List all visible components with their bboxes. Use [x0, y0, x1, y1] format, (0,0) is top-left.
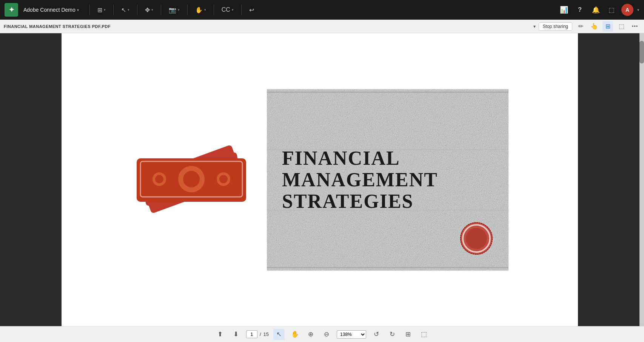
pan-icon: ✋ — [291, 330, 299, 338]
title-line2: MANAGEMENT — [282, 169, 493, 190]
slide-text-content: FINANCIAL MANAGEMENT STRATEGIES — [267, 89, 508, 271]
money-svg-icon — [131, 134, 252, 224]
fit-width-icon: ⬚ — [421, 330, 427, 338]
right-sidebar — [578, 33, 639, 326]
fit-page-btn[interactable]: ⊞ — [402, 329, 414, 340]
camera-icon: 📷 — [169, 6, 176, 14]
help-btn[interactable]: ? — [574, 4, 586, 16]
main-content-area: FINANCIAL MANAGEMENT STRATEGIES — [0, 33, 644, 326]
vertical-scrollbar[interactable] — [639, 33, 644, 326]
pencil-icon: ✏ — [578, 23, 583, 30]
nav-separator-7 — [241, 5, 242, 15]
app-name-chevron: ▾ — [77, 8, 79, 12]
nav-separator-3 — [137, 5, 137, 15]
hand-icon: ✋ — [195, 6, 203, 14]
layout-tool-btn[interactable]: ⬚ — [616, 21, 627, 32]
nav-share-btn[interactable]: ↩ — [246, 5, 257, 15]
draw-tool-btn[interactable]: ✏ — [575, 21, 586, 32]
cursor-icon: ↖ — [276, 330, 282, 338]
rotate-left-icon: ↺ — [374, 330, 379, 338]
total-pages: 15 — [263, 331, 269, 337]
grid-icon: ⊞ — [97, 6, 102, 14]
bar-chart-btn[interactable]: 📊 — [558, 4, 570, 16]
fit-width-btn[interactable]: ⬚ — [418, 329, 430, 340]
nav-move-btn[interactable]: ✥ ▾ — [142, 5, 156, 15]
rotate-left-btn[interactable]: ↺ — [371, 329, 382, 340]
document-bar: FINANCIAL MANAGEMENT STRATEGIES PDF.PDF … — [0, 20, 644, 33]
slide-text-panel: FINANCIAL MANAGEMENT STRATEGIES — [267, 89, 508, 271]
app-name-label: Adobe Connect Demo — [23, 7, 75, 13]
move-icon: ✥ — [145, 6, 150, 14]
user-avatar[interactable]: A — [621, 4, 633, 16]
cc-icon: CC — [222, 6, 230, 13]
title-line1: FINANCIAL — [282, 147, 493, 169]
current-page-input[interactable] — [246, 330, 257, 338]
nav-grid-btn[interactable]: ⊞ ▾ — [94, 5, 109, 15]
scrollbar-thumb[interactable] — [639, 41, 644, 63]
nav-cursor-btn[interactable]: ↖ ▾ — [118, 5, 132, 15]
notification-btn[interactable]: 🔔 — [590, 4, 602, 16]
bottom-toolbar: ⬆ ⬇ / 15 ↖ ✋ ⊕ ⊖ 138% 100% 75% 50% Fit P… — [0, 326, 644, 342]
money-icon-wrapper — [131, 134, 252, 226]
layout-btn[interactable]: ⬚ — [605, 4, 618, 16]
top-bar-right: 📊 ? 🔔 ⬚ A ▾ — [558, 4, 639, 16]
zoom-in-icon: ⊕ — [308, 330, 313, 338]
share-icon: ↩ — [249, 6, 254, 14]
scroll-up-btn[interactable]: ⬆ — [214, 329, 226, 340]
nav-separator-2 — [113, 5, 114, 15]
nav-separator-6 — [214, 5, 214, 15]
nav-separator-1 — [89, 5, 90, 15]
view-mode-icon: ⊞ — [605, 23, 610, 30]
left-sidebar — [0, 33, 62, 326]
slide-title: FINANCIAL MANAGEMENT STRATEGIES — [282, 147, 493, 212]
pointer-icon: 👆 — [590, 23, 598, 30]
stop-sharing-button[interactable]: Stop sharing — [539, 22, 572, 31]
zoom-level-select[interactable]: 138% 100% 75% 50% Fit Page Fit Width — [337, 330, 366, 339]
svg-point-6 — [155, 175, 163, 183]
pan-tool-btn[interactable]: ✋ — [289, 329, 300, 340]
nav-separator-5 — [187, 5, 188, 15]
doc-bar-controls: ▾ Stop sharing ✏ 👆 ⊞ ⬚ ••• — [533, 21, 640, 32]
title-line3: STRATEGIES — [282, 190, 493, 212]
fit-page-icon: ⊞ — [405, 330, 411, 338]
zoom-out-icon: ⊖ — [324, 330, 329, 338]
view-mode-btn[interactable]: ⊞ — [602, 21, 613, 32]
pointer-tool-btn[interactable]: 👆 — [589, 21, 599, 32]
scroll-down-btn[interactable]: ⬇ — [230, 329, 242, 340]
rotate-right-icon: ↻ — [390, 330, 395, 338]
more-options-btn[interactable]: ••• — [630, 21, 640, 32]
pdf-viewer: FINANCIAL MANAGEMENT STRATEGIES — [62, 33, 578, 326]
doc-bar-chevron[interactable]: ▾ — [533, 24, 536, 29]
avatar-chevron[interactable]: ▾ — [637, 8, 639, 12]
top-navigation-bar: ✦ Adobe Connect Demo ▾ ⊞ ▾ ↖ ▾ ✥ ▾ 📷 ▾ ✋… — [0, 0, 644, 20]
nav-camera-btn[interactable]: 📷 ▾ — [166, 5, 183, 15]
layout-icon: ⬚ — [619, 23, 624, 30]
cursor-tool-btn[interactable]: ↖ — [273, 329, 285, 340]
slide-content: FINANCIAL MANAGEMENT STRATEGIES — [69, 41, 570, 319]
slide-container: FINANCIAL MANAGEMENT STRATEGIES — [62, 33, 578, 326]
document-title: FINANCIAL MANAGEMENT STRATEGIES PDF.PDF — [4, 24, 531, 29]
app-name[interactable]: Adobe Connect Demo ▾ — [23, 7, 79, 13]
ellipsis-icon: ••• — [632, 23, 638, 29]
down-arrow-icon: ⬇ — [233, 330, 239, 338]
page-separator: / — [260, 331, 261, 337]
svg-point-4 — [183, 171, 200, 187]
page-info: / 15 — [246, 330, 269, 338]
cursor-icon: ↖ — [121, 6, 126, 14]
app-logo: ✦ — [5, 3, 18, 17]
zoom-out-btn[interactable]: ⊖ — [321, 329, 332, 340]
up-arrow-icon: ⬆ — [217, 330, 223, 338]
nav-cc-btn[interactable]: CC ▾ — [219, 5, 237, 15]
rotate-right-btn[interactable]: ↻ — [387, 329, 398, 340]
nav-hand-btn[interactable]: ✋ ▾ — [192, 5, 209, 15]
zoom-in-btn[interactable]: ⊕ — [305, 329, 316, 340]
svg-point-8 — [219, 175, 228, 183]
nav-separator-4 — [161, 5, 161, 15]
